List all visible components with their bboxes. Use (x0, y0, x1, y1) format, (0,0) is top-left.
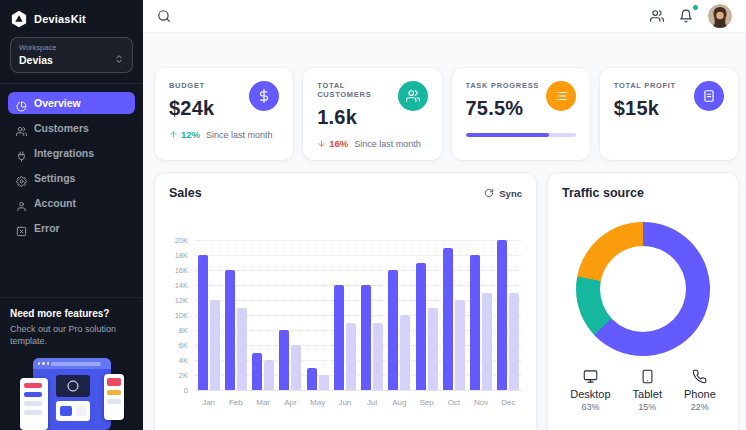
bar-last-year (509, 293, 519, 391)
promo-subtitle: Check out our Pro solution template. (10, 323, 133, 347)
x-tick-label: Nov (470, 398, 492, 407)
bar-last-year (291, 345, 301, 390)
topbar (143, 0, 746, 33)
legend-value: 22% (691, 402, 709, 412)
traffic-legend: Desktop 63% Tablet 15% Phone 22% (562, 369, 724, 412)
stat-label: TASK PROGRESS (466, 81, 540, 90)
brand-name: DeviasKit (34, 13, 86, 25)
sales-xaxis: JanFebMarAprMayJunJulAugSepOctNovDec (195, 398, 522, 407)
traffic-donut-chart (576, 222, 710, 356)
stat-label: TOTAL PROFIT (614, 81, 676, 90)
stat-card-total-customers: TOTAL CUSTOMERS1.6k16%Since last month (303, 68, 441, 160)
y-tick-label: 14K (175, 281, 188, 290)
sidebar-item-label: Account (34, 197, 76, 209)
sales-yaxis: 20K18K16K14K12K10K8K6K4K2K0 (169, 240, 195, 390)
avatar[interactable] (708, 4, 732, 28)
bar-this-year (198, 255, 208, 390)
notification-dot (693, 5, 698, 10)
bar-last-year (319, 375, 329, 390)
bar-this-year (388, 270, 398, 390)
y-tick-label: 20K (175, 236, 188, 245)
sidebar-item-error[interactable]: Error (8, 217, 135, 239)
x-tick-label: Jul (361, 398, 383, 407)
legend-item-tablet: Tablet 15% (633, 369, 662, 412)
task-progress-bar (466, 133, 576, 137)
x-square-icon (16, 223, 27, 234)
trend-up-icon (169, 130, 178, 139)
bar-group-dec (497, 240, 519, 390)
trend-value: 16% (329, 138, 348, 149)
contacts-icon (650, 9, 664, 23)
y-tick-label: 16K (175, 266, 188, 275)
user-icon (16, 198, 27, 209)
bar-this-year (497, 240, 507, 390)
sync-label: Sync (499, 188, 522, 199)
bar-last-year (428, 308, 438, 391)
sidebar-item-account[interactable]: Account (8, 192, 135, 214)
contacts-button[interactable] (650, 9, 664, 23)
sales-card: Sales Sync 20K18K16K14K12K10K8K6K4K2K0 J… (155, 173, 536, 430)
bar-this-year (225, 270, 235, 390)
x-tick-label: Jan (198, 398, 220, 407)
notifications-button[interactable] (679, 9, 693, 23)
bar-last-year (210, 300, 220, 390)
sync-button[interactable]: Sync (484, 188, 522, 199)
bar-last-year (482, 293, 492, 391)
legend-label: Tablet (633, 388, 662, 400)
trend-down-icon (317, 139, 326, 148)
bar-group-feb (225, 240, 247, 390)
search-button[interactable] (157, 9, 171, 23)
sidebar-item-label: Error (34, 222, 60, 234)
legend-item-desktop: Desktop 63% (570, 369, 610, 412)
gear-icon (16, 173, 27, 184)
workspace-selector[interactable]: Workspace Devias (10, 37, 133, 73)
sales-title: Sales (169, 186, 202, 200)
sidebar-item-integrations[interactable]: Integrations (8, 142, 135, 164)
stat-label: TOTAL CUSTOMERS (317, 81, 397, 99)
bar-group-jul (361, 240, 383, 390)
plug-icon (16, 148, 27, 159)
x-tick-label: Mar (252, 398, 274, 407)
stat-value: 75.5% (466, 97, 540, 120)
y-tick-label: 12K (175, 296, 188, 305)
legend-item-phone: Phone 22% (684, 369, 716, 412)
sidebar: DeviasKit Workspace Devias OverviewCusto… (0, 0, 143, 430)
sync-icon (484, 188, 494, 198)
stat-label: BUDGET (169, 81, 214, 90)
sidebar-item-customers[interactable]: Customers (8, 117, 135, 139)
y-tick-label: 8K (179, 326, 188, 335)
search-icon (157, 9, 171, 23)
pro-promo: Need more features? Check out our Pro so… (0, 297, 143, 430)
trend-caption: Since last month (206, 130, 273, 140)
sidebar-item-label: Overview (34, 97, 81, 109)
y-tick-label: 4K (179, 356, 188, 365)
sales-bars (195, 240, 522, 390)
bar-last-year (455, 300, 465, 390)
bar-last-year (237, 308, 247, 391)
bar-group-nov (470, 240, 492, 390)
bar-group-sep (416, 240, 438, 390)
bar-this-year (252, 353, 262, 391)
legend-label: Desktop (570, 388, 610, 400)
sidebar-item-overview[interactable]: Overview (8, 92, 135, 114)
main-content: BUDGET$24k12%Since last monthTOTAL CUSTO… (143, 33, 746, 430)
x-tick-label: Apr (279, 398, 301, 407)
sales-bar-chart: 20K18K16K14K12K10K8K6K4K2K0 JanFebMarApr… (169, 240, 522, 407)
bar-last-year (346, 323, 356, 391)
phone-icon (692, 369, 707, 384)
legend-value: 15% (638, 402, 656, 412)
bar-group-oct (443, 240, 465, 390)
sidebar-item-settings[interactable]: Settings (8, 167, 135, 189)
receipt-icon (694, 81, 724, 111)
y-tick-label: 2K (179, 371, 188, 380)
bar-last-year (373, 323, 383, 391)
bar-group-aug (388, 240, 410, 390)
bar-this-year (361, 285, 371, 390)
bar-this-year (307, 368, 317, 391)
tablet-icon (640, 369, 655, 384)
bar-group-jan (198, 240, 220, 390)
x-tick-label: Jun (334, 398, 356, 407)
bar-this-year (334, 285, 344, 390)
y-tick-label: 6K (179, 341, 188, 350)
x-tick-label: Feb (225, 398, 247, 407)
